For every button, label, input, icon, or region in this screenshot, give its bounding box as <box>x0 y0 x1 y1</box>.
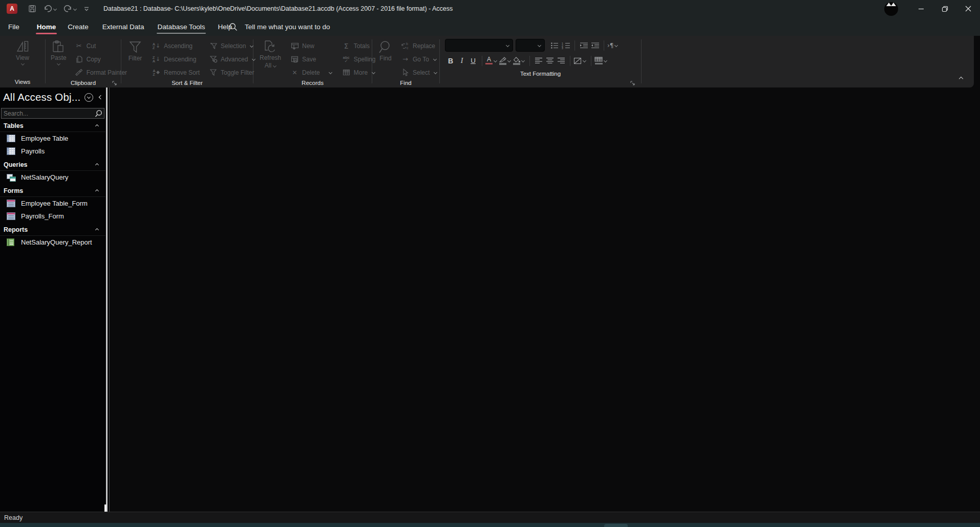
bullets-button[interactable] <box>549 39 560 52</box>
tf-separator <box>604 40 604 51</box>
clipboard-dialog-launcher[interactable] <box>112 79 118 85</box>
align-left-icon <box>535 57 543 64</box>
collapse-section-icon <box>95 163 99 166</box>
access-app-icon[interactable]: A <box>7 4 17 14</box>
toggle-filter-icon <box>209 69 218 76</box>
increase-indent-icon <box>580 42 588 49</box>
paste-dropdown-icon[interactable] <box>57 62 60 65</box>
sort-filter-group-label: Sort & Filter <box>121 78 253 87</box>
cut-button[interactable]: ✂ Cut <box>74 40 128 51</box>
nav-section-reports[interactable]: Reports <box>0 224 105 236</box>
tab-home[interactable]: Home <box>36 17 57 36</box>
restore-button[interactable] <box>933 0 956 17</box>
align-center-icon <box>546 57 554 64</box>
nav-menu-button[interactable] <box>84 93 93 102</box>
bullets-icon <box>550 42 559 49</box>
copy-button[interactable]: Copy <box>74 54 128 64</box>
view-dropdown-icon[interactable] <box>20 62 24 65</box>
text-direction-button[interactable]: ›¶ <box>607 39 620 52</box>
collapse-ribbon-button[interactable] <box>960 74 963 83</box>
gridlines-dropdown-icon <box>583 59 586 62</box>
tf-separator <box>570 56 570 66</box>
font-size-combo[interactable] <box>516 39 545 52</box>
alternate-row-color-button[interactable] <box>594 55 609 67</box>
filter-button[interactable]: Filter <box>121 38 147 62</box>
cut-icon: ✂ <box>75 42 83 50</box>
minimize-button[interactable] <box>909 0 933 17</box>
font-name-dropdown-icon <box>506 43 509 47</box>
numbering-button[interactable]: 123 <box>560 39 571 52</box>
find-button[interactable]: Find <box>372 38 397 62</box>
undo-button[interactable] <box>41 3 59 15</box>
nav-section-forms[interactable]: Forms <box>0 185 105 197</box>
highlight-color-button[interactable] <box>499 55 513 67</box>
advanced-filter-icon <box>209 55 218 63</box>
ribbon: View Views Paste ✂ Cut <box>0 36 974 87</box>
format-painter-button[interactable]: Format Painter <box>74 67 128 78</box>
select-button[interactable]: Select <box>400 67 440 78</box>
save-button[interactable] <box>26 3 39 15</box>
status-bar: Ready <box>0 512 980 523</box>
customize-qat-button[interactable] <box>81 4 92 14</box>
nav-item-employee-table-form[interactable]: Employee Table_Form <box>0 197 105 210</box>
tab-file[interactable]: File <box>7 17 20 36</box>
tab-external-data[interactable]: External Data <box>101 17 145 36</box>
gridlines-button[interactable] <box>573 55 588 67</box>
text-formatting-dialog-launcher[interactable] <box>630 79 636 85</box>
quick-access-toolbar <box>26 3 92 15</box>
nav-item-employee-table[interactable]: Employee Table <box>0 132 105 145</box>
text-formatting-group-label: Text Formatting <box>440 68 641 79</box>
redo-dropdown-icon[interactable] <box>73 7 77 10</box>
navigation-pane: All Access Obj... Tables Employee Table … <box>0 87 105 512</box>
nav-pane-splitter[interactable] <box>106 87 108 512</box>
nav-item-payrolls[interactable]: Payrolls <box>0 145 105 158</box>
refresh-all-button[interactable]: Refresh All <box>253 38 285 69</box>
nav-section-queries[interactable]: Queries <box>0 159 105 171</box>
window-title: Database21 : Database- C:\Users\kyleb\On… <box>103 5 453 12</box>
ascending-button[interactable]: AZ↓ Ascending <box>151 40 201 51</box>
new-record-button[interactable]: New <box>289 40 335 51</box>
close-button[interactable] <box>956 0 980 17</box>
view-button[interactable]: View <box>12 38 34 65</box>
align-left-button[interactable] <box>533 55 544 67</box>
undo-dropdown-icon[interactable] <box>53 7 57 10</box>
bold-button[interactable]: B <box>445 55 456 67</box>
find-icon <box>378 40 393 54</box>
user-avatar[interactable] <box>884 2 898 16</box>
nav-shutter-button[interactable] <box>99 96 102 99</box>
increase-indent-button[interactable] <box>578 39 589 52</box>
delete-record-button[interactable]: ✕ Delete <box>289 67 335 78</box>
sort-descending-icon: ZA↓ <box>152 56 161 63</box>
nav-item-netsalaryquery-report[interactable]: NetSalaryQuery_Report <box>0 236 105 249</box>
decrease-indent-button[interactable] <box>589 39 601 52</box>
nav-search-box <box>1 108 104 119</box>
nav-item-netsalaryquery[interactable]: NetSalaryQuery <box>0 171 105 184</box>
alternate-row-dropdown-icon <box>604 59 607 62</box>
redo-button[interactable] <box>61 3 79 15</box>
nav-search-input[interactable] <box>2 110 95 117</box>
nav-item-payrolls-form[interactable]: Payrolls_Form <box>0 210 105 223</box>
underline-button[interactable]: U <box>467 55 479 67</box>
document-workspace <box>110 87 980 512</box>
tab-create[interactable]: Create <box>67 17 90 36</box>
tab-database-tools[interactable]: Database Tools <box>157 17 206 36</box>
font-name-combo[interactable] <box>445 39 513 52</box>
align-center-button[interactable] <box>544 55 556 67</box>
text-direction-icon: ›¶ <box>607 42 613 49</box>
goto-button[interactable]: → Go To <box>400 54 440 64</box>
italic-button[interactable]: I <box>456 55 467 67</box>
nav-search-icon[interactable] <box>95 109 102 117</box>
descending-button[interactable]: ZA↓ Descending <box>151 54 201 64</box>
remove-sort-button[interactable]: AZ Remove Sort <box>151 67 201 78</box>
toggle-filter-button[interactable]: Toggle Filter <box>208 67 258 78</box>
tell-me-search[interactable]: Tell me what you want to do <box>229 17 330 36</box>
align-right-button[interactable] <box>556 55 567 67</box>
paste-button[interactable]: Paste <box>46 38 71 65</box>
selection-button[interactable]: Selection <box>208 40 258 51</box>
font-color-button[interactable]: A <box>485 55 499 67</box>
replace-button[interactable]: bc Replace <box>400 40 440 51</box>
background-color-button[interactable] <box>513 55 526 67</box>
nav-section-tables[interactable]: Tables <box>0 120 105 132</box>
advanced-button[interactable]: Advanced <box>208 54 258 64</box>
save-record-button[interactable]: Save <box>289 54 335 64</box>
